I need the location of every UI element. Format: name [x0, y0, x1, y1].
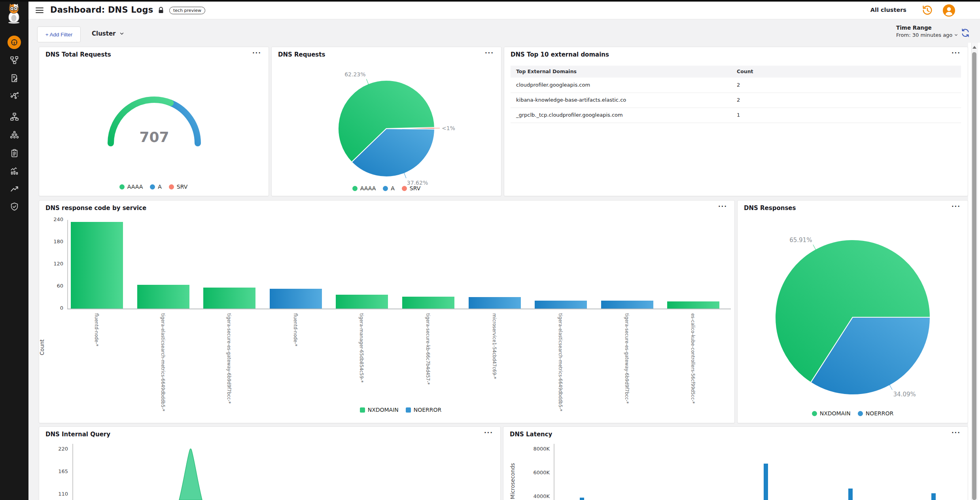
panel-menu-button[interactable]: ...	[252, 48, 261, 55]
sidebar-item-analytics[interactable]	[8, 164, 21, 178]
y-tick-label: 110	[28, 491, 68, 497]
calico-cat-logo[interactable]	[4, 2, 24, 24]
analytics-bars-icon	[9, 166, 19, 176]
refresh-button[interactable]	[960, 28, 971, 38]
window-top-edge	[0, 0, 980, 2]
bar-NXDOMAIN[interactable]	[71, 222, 123, 309]
cluster-dropdown[interactable]: Cluster	[92, 30, 125, 37]
legend-label: AAAA	[360, 185, 376, 191]
bar-NXDOMAIN[interactable]	[336, 295, 388, 309]
x-axis-line	[67, 309, 731, 309]
legend-swatch	[352, 186, 358, 191]
history-clock-icon	[921, 4, 933, 16]
panel-menu-button[interactable]: ...	[952, 201, 961, 208]
bar-NXDOMAIN[interactable]	[402, 297, 454, 309]
scrollbar-up-arrow[interactable]	[972, 46, 976, 49]
legend-swatch	[858, 411, 863, 416]
legend-label: NXDOMAIN	[368, 407, 399, 413]
gauge-value: 707	[127, 129, 182, 145]
user-avatar[interactable]	[942, 4, 955, 17]
all-clusters-label[interactable]: All clusters	[870, 7, 906, 13]
sidebar-item-network[interactable]	[8, 110, 21, 123]
tech-preview-badge: tech preview	[169, 7, 205, 14]
cell-count: 2	[737, 97, 740, 103]
pie-label-leader	[366, 79, 369, 85]
bar-NOERROR[interactable]	[535, 301, 587, 309]
legend-swatch	[119, 184, 125, 189]
legend-item-SRV[interactable]: SRV	[169, 184, 187, 190]
bar-NXDOMAIN[interactable]	[137, 285, 189, 309]
sidebar-item-compliance[interactable]	[8, 146, 21, 160]
sidebar-item-topology[interactable]	[8, 53, 21, 67]
legend-item-A[interactable]: A	[150, 184, 162, 190]
sidebar-item-policies[interactable]	[8, 71, 21, 85]
network-topology-icon	[9, 55, 19, 65]
bar-NOERROR[interactable]	[469, 297, 521, 309]
panel-title: DNS Total Requests	[45, 51, 111, 58]
table-row[interactable]: kibana-knowledge-base-artifacts.elastic.…	[511, 93, 961, 108]
sidebar-item-clusters[interactable]	[8, 128, 21, 142]
network-hierarchy-icon	[9, 112, 19, 122]
legend-item-A[interactable]: A	[383, 185, 395, 191]
cell-domain: _grpclb._tcp.cloudprofiler.googleapis.co…	[516, 112, 623, 118]
legend-item-NOERROR[interactable]: NOERROR	[858, 410, 894, 417]
x-category-label: tigera-manager-65db854c59-*	[359, 313, 364, 383]
sidebar-item-service-graph[interactable]	[8, 89, 21, 102]
legend-label: NOERROR	[414, 407, 442, 413]
y-axis-title: Microseconds	[509, 451, 516, 499]
sidebar-item-trends[interactable]	[8, 182, 21, 195]
legend-item-SRV[interactable]: SRV	[402, 185, 420, 191]
x-category-label: tigera-secure-es-gateway-6b9d9f7bcc-*	[226, 313, 232, 404]
latency-bar[interactable]	[848, 489, 853, 500]
chart-legend: NXDOMAINNOERROR	[714, 409, 980, 418]
legend-item-AAAA[interactable]: AAAA	[119, 184, 143, 190]
sidebar-item-dashboard[interactable]	[8, 36, 21, 49]
latency-bar[interactable]	[931, 493, 936, 500]
pie-label-leader	[889, 384, 892, 390]
y-tick-label: 220	[28, 446, 68, 452]
y-tick-label: 120	[24, 261, 63, 267]
latency-bar[interactable]	[580, 498, 584, 500]
history-button[interactable]	[921, 4, 933, 16]
legend-item-NOERROR[interactable]: NOERROR	[406, 407, 442, 413]
refresh-icon	[960, 28, 971, 38]
panel-title: DNS response code by service	[45, 205, 146, 212]
panel-menu-button[interactable]: ...	[484, 428, 493, 435]
y-axis-title: Count	[39, 312, 46, 355]
y-tick-label: 60	[24, 283, 63, 289]
dashboard-gauge-icon	[10, 38, 19, 47]
time-range-value[interactable]: From: 30 minutes ago	[896, 32, 959, 38]
legend-label: A	[158, 184, 162, 190]
time-range-label: Time Range	[896, 25, 959, 31]
legend-swatch	[812, 411, 817, 416]
page-title: Dashboard: DNS Logs	[50, 5, 153, 15]
panel-menu-button[interactable]: ...	[952, 48, 961, 55]
table-row[interactable]: cloudprofiler.googleapis.com2	[511, 78, 961, 93]
legend-item-AAAA[interactable]: AAAA	[352, 185, 376, 191]
bar-NOERROR[interactable]	[270, 289, 322, 309]
legend-item-NXDOMAIN[interactable]: NXDOMAIN	[360, 407, 399, 413]
x-category-label: tigera-secure-kb-66c7b4d457-*	[425, 313, 431, 385]
latency-bar[interactable]	[764, 464, 768, 500]
area-spike[interactable]	[179, 449, 202, 500]
panel-menu-button[interactable]: ...	[718, 201, 727, 208]
sidebar-item-security[interactable]	[8, 200, 21, 213]
panel-title: DNS Top 10 external domains	[511, 51, 609, 58]
table-row[interactable]: _grpclb._tcp.cloudprofiler.googleapis.co…	[511, 108, 961, 123]
legend-item-NXDOMAIN[interactable]: NXDOMAIN	[812, 410, 851, 417]
time-range-value-text: From: 30 minutes ago	[896, 32, 952, 38]
sidebar-nav	[0, 0, 28, 500]
bar-NXDOMAIN[interactable]	[667, 301, 719, 309]
cell-domain: kibana-knowledge-base-artifacts.elastic.…	[516, 97, 626, 103]
legend-swatch	[402, 186, 407, 191]
policies-icon	[9, 73, 19, 83]
hamburger-icon	[35, 6, 44, 15]
hamburger-menu-button[interactable]	[35, 6, 44, 15]
legend-label: NOERROR	[866, 410, 894, 417]
x-category-label: es-calico-kube-controllers-56cf99d5cc-*	[690, 313, 696, 404]
legend-swatch	[150, 184, 155, 189]
bar-NOERROR[interactable]	[601, 301, 653, 309]
add-filter-button[interactable]: + Add Filter	[37, 27, 81, 42]
bar-NXDOMAIN[interactable]	[203, 288, 255, 309]
trend-arrow-icon	[9, 184, 19, 194]
